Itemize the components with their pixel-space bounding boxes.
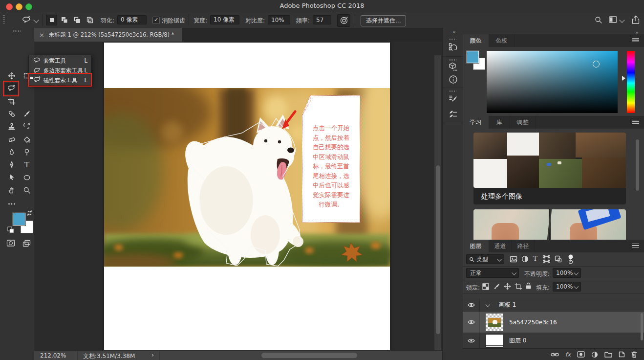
- anti-alias-checkbox[interactable]: ✓: [152, 17, 160, 24]
- tool-preset-chevron-icon[interactable]: [33, 17, 39, 22]
- panel-menu-icon[interactable]: [632, 120, 639, 124]
- tab-adjustments[interactable]: 调整: [510, 116, 536, 129]
- opacity-dropdown[interactable]: 100%: [553, 268, 581, 278]
- layer-style-icon[interactable]: fx: [565, 351, 571, 358]
- delete-layer-icon[interactable]: [631, 351, 637, 358]
- layer-filter-type-dropdown[interactable]: 类型: [466, 254, 504, 264]
- intersect-selection-mode-button[interactable]: [84, 15, 95, 25]
- workspace-chevron-icon[interactable]: [619, 17, 624, 22]
- foreground-color-swatch[interactable]: [13, 213, 25, 225]
- tab-channels[interactable]: 通道: [489, 240, 512, 252]
- saturation-brightness-field[interactable]: [487, 51, 618, 113]
- workspace-chooser-icon[interactable]: [609, 16, 618, 23]
- layer-row-selected[interactable]: 5a547250e3c16: [463, 312, 644, 333]
- filter-toggle-switch[interactable]: [567, 254, 574, 265]
- path-select-tool-button[interactable]: [5, 172, 18, 183]
- width-input[interactable]: 10 像素: [210, 15, 239, 24]
- healing-brush-tool-button[interactable]: [5, 108, 18, 120]
- tab-libraries[interactable]: 库: [489, 116, 510, 129]
- add-to-selection-mode-button[interactable]: [59, 15, 70, 25]
- share-icon[interactable]: [631, 15, 640, 24]
- quick-mask-button[interactable]: [4, 237, 17, 249]
- layer-row-artboard[interactable]: 画板 1: [463, 299, 644, 312]
- hand-tool-button[interactable]: [5, 184, 18, 196]
- artboard-expand-chevron[interactable]: [485, 302, 490, 307]
- add-mask-icon[interactable]: [577, 351, 585, 358]
- visibility-toggle[interactable]: [463, 312, 480, 333]
- filter-image-layers-icon[interactable]: [510, 256, 517, 263]
- frequency-input[interactable]: 57: [313, 15, 331, 24]
- default-colors-icon[interactable]: [7, 226, 14, 233]
- visibility-toggle[interactable]: [463, 299, 480, 311]
- menu-item-lasso[interactable]: 套索工具 L: [29, 56, 91, 66]
- color-sample-ring[interactable]: [593, 61, 600, 68]
- tab-layers[interactable]: 图层: [463, 240, 489, 252]
- gradient-tool-button[interactable]: [21, 134, 33, 145]
- filter-smart-objects-icon[interactable]: [555, 255, 562, 263]
- canvas-artboard[interactable]: 点击一个开始点，然后按着 自己想要的选中区域滑动鼠 标，最终至首尾相连接，选 中…: [104, 43, 390, 350]
- new-selection-mode-button[interactable]: [46, 15, 57, 25]
- link-layers-icon[interactable]: [551, 352, 559, 357]
- zoom-level-field[interactable]: 212.02%: [40, 352, 66, 359]
- layer-thumbnail[interactable]: [486, 334, 503, 348]
- tab-color[interactable]: 颜色: [463, 34, 489, 47]
- panel-menu-icon[interactable]: [632, 38, 639, 43]
- history-panel-icon[interactable]: [449, 43, 458, 52]
- visibility-toggle[interactable]: [463, 333, 480, 348]
- layers-scrollbar-thumb[interactable]: [641, 313, 643, 340]
- info-panel-icon[interactable]: [449, 75, 458, 84]
- horizontal-scrollbar-thumb[interactable]: [261, 353, 357, 358]
- properties-panel-icon[interactable]: [449, 62, 458, 71]
- new-layer-icon[interactable]: [619, 351, 625, 358]
- document-tab[interactable]: × 未标题-1 @ 212% (5a547250e3c16, RGB/8) *: [34, 28, 182, 42]
- vertical-scrollbar-thumb[interactable]: [436, 165, 440, 334]
- hue-slider-marker[interactable]: [622, 76, 625, 81]
- hue-slider[interactable]: [627, 51, 635, 113]
- adjustment-layer-icon[interactable]: [591, 351, 598, 358]
- brush-tool-button[interactable]: [21, 108, 33, 120]
- dodge-tool-button[interactable]: [21, 146, 33, 158]
- tab-close-icon[interactable]: ×: [39, 31, 44, 39]
- blend-mode-dropdown[interactable]: 正常: [466, 268, 519, 278]
- color-panel-foreground-swatch[interactable]: [467, 51, 479, 63]
- lock-pixels-icon[interactable]: [493, 283, 500, 290]
- filter-shape-layers-icon[interactable]: [543, 255, 550, 263]
- crop-tool-button[interactable]: [5, 95, 18, 107]
- panel-menu-icon[interactable]: [632, 244, 639, 248]
- layer-thumbnail[interactable]: [486, 314, 503, 331]
- learn-card-multiple-images[interactable]: [473, 133, 626, 188]
- tab-swatches[interactable]: 色板: [489, 34, 515, 47]
- pen-pressure-button[interactable]: [337, 14, 350, 27]
- feather-input[interactable]: 0 像素: [117, 15, 147, 24]
- layer-row-background[interactable]: 图层 0: [463, 333, 644, 349]
- eraser-tool-button[interactable]: [5, 134, 18, 145]
- shape-tool-button[interactable]: [21, 172, 33, 183]
- expand-panels-icon[interactable]: «: [452, 29, 455, 35]
- lock-artboard-icon[interactable]: [515, 283, 522, 290]
- brushes-panel-icon[interactable]: [449, 109, 458, 118]
- more-tools-button[interactable]: [5, 198, 18, 210]
- history-brush-tool-button[interactable]: [21, 121, 33, 133]
- fill-dropdown[interactable]: 100%: [553, 282, 581, 292]
- filter-type-layers-icon[interactable]: T: [533, 255, 537, 262]
- pen-tool-button[interactable]: [5, 159, 18, 171]
- clone-stamp-tool-button[interactable]: [5, 121, 18, 133]
- vertical-scrollbar[interactable]: [434, 55, 441, 350]
- screen-mode-button[interactable]: [20, 237, 33, 249]
- brush-settings-panel-icon[interactable]: [449, 94, 458, 104]
- search-icon[interactable]: [594, 16, 603, 24]
- learn-card-selection[interactable]: [473, 209, 626, 240]
- magnetic-lasso-preset-icon[interactable]: [21, 16, 31, 24]
- filter-adjustment-layers-icon[interactable]: [521, 255, 529, 263]
- type-tool-button[interactable]: T: [21, 159, 33, 171]
- lock-position-icon[interactable]: [504, 283, 511, 290]
- swap-colors-icon[interactable]: [26, 210, 33, 216]
- move-tool-button[interactable]: [5, 70, 18, 82]
- lock-all-icon[interactable]: [525, 282, 532, 290]
- blur-tool-button[interactable]: [5, 146, 18, 158]
- select-and-mask-button[interactable]: 选择并遮住...: [361, 15, 406, 26]
- canvas-viewport[interactable]: 点击一个开始点，然后按着 自己想要的选中区域滑动鼠 标，最终至首尾相连接，选 中…: [34, 42, 442, 350]
- contrast-input[interactable]: 10%: [268, 15, 290, 24]
- lock-transparency-icon[interactable]: [482, 283, 489, 290]
- tab-learn[interactable]: 学习: [463, 116, 489, 129]
